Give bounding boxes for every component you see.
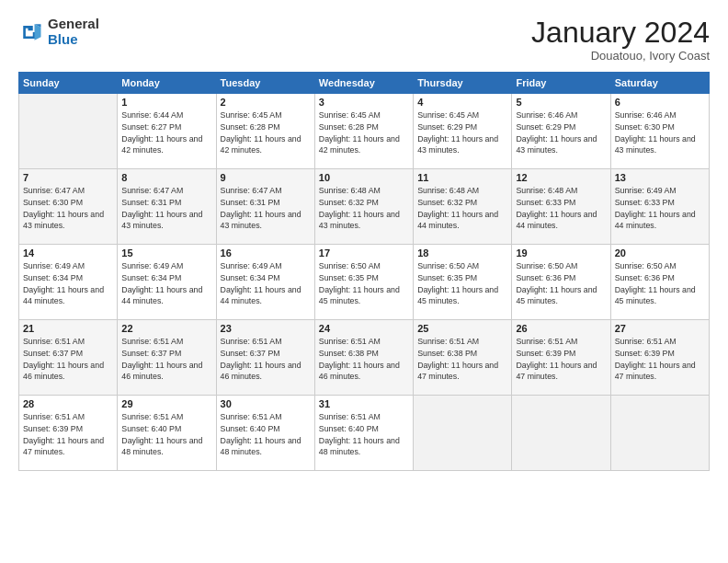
calendar-cell: 25Sunrise: 6:51 AMSunset: 6:38 PMDayligh… <box>414 320 512 396</box>
day-info: Sunrise: 6:51 AMSunset: 6:37 PMDaylight:… <box>23 336 113 383</box>
calendar-cell: 2Sunrise: 6:45 AMSunset: 6:28 PMDaylight… <box>216 94 314 169</box>
calendar-week-2: 7Sunrise: 6:47 AMSunset: 6:30 PMDaylight… <box>19 169 710 245</box>
calendar-cell: 29Sunrise: 6:51 AMSunset: 6:40 PMDayligh… <box>118 396 216 471</box>
col-wednesday: Wednesday <box>314 73 413 94</box>
day-info: Sunrise: 6:50 AMSunset: 6:35 PMDaylight:… <box>319 260 409 307</box>
header: General Blue January 2024 Douatouo, Ivor… <box>18 17 710 63</box>
col-saturday: Saturday <box>610 73 709 94</box>
day-info: Sunrise: 6:47 AMSunset: 6:30 PMDaylight:… <box>23 185 113 232</box>
calendar-cell: 23Sunrise: 6:51 AMSunset: 6:37 PMDayligh… <box>216 320 314 396</box>
calendar-cell: 30Sunrise: 6:51 AMSunset: 6:40 PMDayligh… <box>216 396 314 471</box>
day-info: Sunrise: 6:49 AMSunset: 6:33 PMDaylight:… <box>615 185 705 232</box>
calendar-cell: 24Sunrise: 6:51 AMSunset: 6:38 PMDayligh… <box>314 320 413 396</box>
calendar-table: Sunday Monday Tuesday Wednesday Thursday… <box>18 72 710 471</box>
day-number: 25 <box>417 323 507 334</box>
day-number: 26 <box>516 323 606 334</box>
calendar-cell: 6Sunrise: 6:46 AMSunset: 6:30 PMDaylight… <box>610 94 709 169</box>
day-info: Sunrise: 6:51 AMSunset: 6:40 PMDaylight:… <box>121 411 211 458</box>
calendar-week-3: 14Sunrise: 6:49 AMSunset: 6:34 PMDayligh… <box>19 245 710 320</box>
day-info: Sunrise: 6:48 AMSunset: 6:33 PMDaylight:… <box>516 185 606 232</box>
calendar-cell <box>414 396 512 471</box>
day-number: 30 <box>221 398 311 409</box>
calendar-cell: 10Sunrise: 6:48 AMSunset: 6:32 PMDayligh… <box>314 169 413 245</box>
day-number: 9 <box>221 172 311 183</box>
day-info: Sunrise: 6:45 AMSunset: 6:28 PMDaylight:… <box>221 109 311 156</box>
day-number: 13 <box>615 172 705 183</box>
day-info: Sunrise: 6:44 AMSunset: 6:27 PMDaylight:… <box>121 109 211 156</box>
day-info: Sunrise: 6:46 AMSunset: 6:30 PMDaylight:… <box>615 109 705 156</box>
day-info: Sunrise: 6:51 AMSunset: 6:39 PMDaylight:… <box>615 336 705 383</box>
calendar-cell: 17Sunrise: 6:50 AMSunset: 6:35 PMDayligh… <box>314 245 413 320</box>
calendar-cell: 1Sunrise: 6:44 AMSunset: 6:27 PMDaylight… <box>118 94 216 169</box>
day-info: Sunrise: 6:47 AMSunset: 6:31 PMDaylight:… <box>121 185 211 232</box>
month-title: January 2024 <box>531 17 710 49</box>
day-info: Sunrise: 6:50 AMSunset: 6:36 PMDaylight:… <box>516 260 606 307</box>
day-info: Sunrise: 6:47 AMSunset: 6:31 PMDaylight:… <box>221 185 311 232</box>
day-number: 14 <box>23 247 113 259</box>
calendar-cell: 3Sunrise: 6:45 AMSunset: 6:28 PMDaylight… <box>314 94 413 169</box>
calendar-cell: 4Sunrise: 6:45 AMSunset: 6:29 PMDaylight… <box>414 94 512 169</box>
day-info: Sunrise: 6:51 AMSunset: 6:37 PMDaylight:… <box>121 336 211 383</box>
calendar-cell <box>512 396 610 471</box>
day-info: Sunrise: 6:50 AMSunset: 6:35 PMDaylight:… <box>417 260 507 307</box>
calendar-cell: 20Sunrise: 6:50 AMSunset: 6:36 PMDayligh… <box>610 245 709 320</box>
day-info: Sunrise: 6:49 AMSunset: 6:34 PMDaylight:… <box>221 260 311 307</box>
calendar-cell: 15Sunrise: 6:49 AMSunset: 6:34 PMDayligh… <box>118 245 216 320</box>
logo: General Blue <box>18 17 99 47</box>
day-number: 11 <box>417 172 507 183</box>
day-number: 5 <box>516 97 606 108</box>
logo-general: General <box>48 17 99 32</box>
col-friday: Friday <box>512 73 610 94</box>
col-monday: Monday <box>118 73 216 94</box>
calendar-cell: 13Sunrise: 6:49 AMSunset: 6:33 PMDayligh… <box>610 169 709 245</box>
day-number: 2 <box>221 97 311 108</box>
calendar-cell: 12Sunrise: 6:48 AMSunset: 6:33 PMDayligh… <box>512 169 610 245</box>
calendar-cell: 5Sunrise: 6:46 AMSunset: 6:29 PMDaylight… <box>512 94 610 169</box>
day-info: Sunrise: 6:50 AMSunset: 6:36 PMDaylight:… <box>615 260 705 307</box>
day-number: 27 <box>615 323 705 334</box>
day-info: Sunrise: 6:51 AMSunset: 6:40 PMDaylight:… <box>221 411 311 458</box>
day-number: 7 <box>23 172 113 183</box>
day-info: Sunrise: 6:45 AMSunset: 6:29 PMDaylight:… <box>417 109 507 156</box>
day-number: 28 <box>23 398 113 409</box>
calendar-cell: 11Sunrise: 6:48 AMSunset: 6:32 PMDayligh… <box>414 169 512 245</box>
day-number: 15 <box>121 247 211 259</box>
day-number: 3 <box>319 97 409 108</box>
calendar-cell: 8Sunrise: 6:47 AMSunset: 6:31 PMDaylight… <box>118 169 216 245</box>
calendar-cell: 14Sunrise: 6:49 AMSunset: 6:34 PMDayligh… <box>19 245 118 320</box>
logo-text: General Blue <box>48 17 99 47</box>
day-info: Sunrise: 6:51 AMSunset: 6:40 PMDaylight:… <box>319 411 409 458</box>
calendar-cell: 31Sunrise: 6:51 AMSunset: 6:40 PMDayligh… <box>314 396 413 471</box>
day-number: 1 <box>121 97 211 108</box>
day-number: 23 <box>221 323 311 334</box>
calendar-cell: 9Sunrise: 6:47 AMSunset: 6:31 PMDaylight… <box>216 169 314 245</box>
location-subtitle: Douatouo, Ivory Coast <box>531 49 710 63</box>
day-info: Sunrise: 6:48 AMSunset: 6:32 PMDaylight:… <box>319 185 409 232</box>
calendar-cell <box>610 396 709 471</box>
day-info: Sunrise: 6:46 AMSunset: 6:29 PMDaylight:… <box>516 109 606 156</box>
col-thursday: Thursday <box>414 73 512 94</box>
day-info: Sunrise: 6:45 AMSunset: 6:28 PMDaylight:… <box>319 109 409 156</box>
day-number: 6 <box>615 97 705 108</box>
calendar-cell: 27Sunrise: 6:51 AMSunset: 6:39 PMDayligh… <box>610 320 709 396</box>
day-number: 22 <box>121 323 211 334</box>
day-number: 20 <box>615 247 705 259</box>
day-number: 24 <box>319 323 409 334</box>
calendar-cell: 28Sunrise: 6:51 AMSunset: 6:39 PMDayligh… <box>19 396 118 471</box>
logo-blue: Blue <box>48 32 99 48</box>
day-info: Sunrise: 6:51 AMSunset: 6:37 PMDaylight:… <box>221 336 311 383</box>
calendar-cell: 7Sunrise: 6:47 AMSunset: 6:30 PMDaylight… <box>19 169 118 245</box>
day-info: Sunrise: 6:48 AMSunset: 6:32 PMDaylight:… <box>417 185 507 232</box>
day-info: Sunrise: 6:49 AMSunset: 6:34 PMDaylight:… <box>121 260 211 307</box>
calendar-cell: 21Sunrise: 6:51 AMSunset: 6:37 PMDayligh… <box>19 320 118 396</box>
day-number: 19 <box>516 247 606 259</box>
day-number: 10 <box>319 172 409 183</box>
day-info: Sunrise: 6:51 AMSunset: 6:39 PMDaylight:… <box>23 411 113 458</box>
day-number: 18 <box>417 247 507 259</box>
calendar-cell: 16Sunrise: 6:49 AMSunset: 6:34 PMDayligh… <box>216 245 314 320</box>
day-number: 17 <box>319 247 409 259</box>
logo-icon <box>18 19 44 45</box>
calendar-week-4: 21Sunrise: 6:51 AMSunset: 6:37 PMDayligh… <box>19 320 710 396</box>
page: General Blue January 2024 Douatouo, Ivor… <box>0 0 728 563</box>
day-number: 31 <box>319 398 409 409</box>
